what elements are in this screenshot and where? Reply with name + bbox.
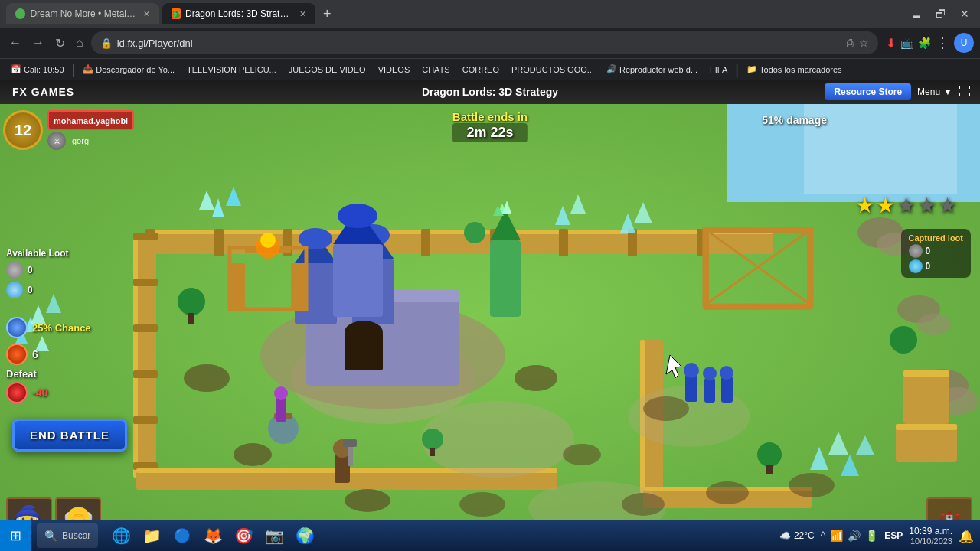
more-icon[interactable]: ⋮	[936, 34, 949, 51]
taskbar-app-firefox[interactable]: 🦊	[199, 522, 227, 549]
tab-favicon-metallica	[15, 8, 25, 19]
captured-loot-label: Captured loot	[909, 233, 964, 243]
svg-rect-18	[133, 324, 158, 332]
fullscreen-icon[interactable]: ⛶	[959, 85, 971, 99]
cast-icon[interactable]: 📺	[900, 37, 913, 49]
svg-point-71	[643, 396, 689, 421]
damage-info-panel: 51% damage	[762, 113, 827, 127]
tab-minimize-icon[interactable]: 🗕	[906, 6, 926, 21]
profile-avatar[interactable]: U	[954, 33, 974, 53]
svg-rect-15	[133, 233, 138, 478]
forward-button[interactable]: →	[29, 33, 47, 53]
bookmark-videos[interactable]: VIDEOS	[374, 64, 415, 76]
bookmark-cali[interactable]: 📅 Cali: 10:50	[6, 63, 69, 76]
menu-button[interactable]: Menu ▼	[917, 86, 952, 97]
taskbar-app-red[interactable]: 🎯	[230, 522, 257, 549]
star-2: ★	[876, 193, 895, 218]
available-stone-count: 0	[28, 265, 33, 276]
system-tray: ^ 📶 🔊 🔋	[821, 530, 879, 542]
svg-point-67	[234, 443, 272, 466]
bookmark-productos[interactable]: PRODUCTOS GOO...	[507, 64, 599, 76]
fx-logo: FX GAMES	[0, 86, 87, 98]
svg-point-108	[757, 442, 782, 467]
taskbar-app-chrome[interactable]: 🔵	[168, 522, 196, 549]
svg-point-79	[703, 367, 717, 380]
taskbar-time: 10:39 a.m.	[909, 526, 952, 536]
header-right-controls: Resource Store Menu ▼ ⛶	[825, 83, 980, 100]
tab-metallica[interactable]: Dream No More • Metallica ✕	[6, 3, 159, 24]
network-icon[interactable]: 📶	[830, 530, 843, 542]
bookmarks-bar: 📅 Cali: 10:50 | 📥 Descargador de Yo... T…	[0, 58, 980, 80]
bookmark-separator-1: |	[72, 61, 76, 77]
svg-point-51	[260, 233, 276, 248]
back-button[interactable]: ←	[6, 33, 24, 53]
svg-point-72	[706, 481, 749, 504]
tab-close-metallica[interactable]: ✕	[143, 9, 150, 19]
tab-label-metallica: Dream No More • Metallica	[30, 8, 136, 19]
alliance-name: gorg	[72, 136, 89, 145]
home-button[interactable]: ⌂	[73, 33, 87, 53]
address-bar[interactable]: 🔒 id.fx.gl/Player/dnl ⎙ ☆	[91, 31, 878, 54]
player-details: mohamad.yaghobi ⚔ gorg	[47, 110, 134, 150]
sound-icon[interactable]: 🔊	[848, 530, 861, 542]
resource-store-button[interactable]: Resource Store	[825, 83, 911, 100]
extensions-icon[interactable]: 🧩	[918, 37, 931, 49]
svg-rect-76	[685, 374, 697, 402]
chrome-icon: 🔵	[174, 527, 191, 544]
svg-point-29	[421, 401, 574, 478]
taskbar-search-box[interactable]: 🔍 Buscar	[37, 523, 98, 548]
tray-expand-icon[interactable]: ^	[821, 530, 826, 542]
bookmark-descargador[interactable]: 📥 Descargador de Yo...	[78, 63, 179, 76]
bookmark-juegos[interactable]: JUEGOS DE VIDEO	[284, 64, 371, 76]
svg-rect-56	[704, 305, 812, 310]
taskbar-app-edge[interactable]: 🌐	[107, 522, 135, 549]
star-1: ★	[855, 193, 874, 218]
svg-point-77	[684, 363, 699, 378]
game-header-bar: FX GAMES Dragon Lords: 3D Strategy Resou…	[0, 80, 980, 104]
bookmark-icon-dl: 📥	[83, 64, 93, 74]
bookmark-chats[interactable]: CHATS	[417, 64, 454, 76]
bookmark-icon[interactable]: ☆	[859, 37, 869, 49]
search-icon: 🔍	[44, 530, 57, 542]
alliance-icon: ⚔	[47, 132, 66, 150]
bookmark-television[interactable]: TELEVISION PELICU...	[182, 64, 281, 76]
bookmark-reproductor[interactable]: 🔊 Reproductor web d...	[602, 63, 702, 76]
available-stone-icon	[6, 262, 23, 279]
bookmark-fifa[interactable]: FIFA	[705, 64, 732, 76]
svg-rect-49	[230, 263, 245, 309]
end-battle-button[interactable]: END BATTLE	[12, 419, 127, 452]
svg-rect-120	[903, 370, 949, 424]
download-icon[interactable]: ⬇	[886, 36, 896, 51]
game-title: Dragon Lords: 3D Strategy	[422, 86, 558, 98]
battery-icon[interactable]: 🔋	[865, 530, 878, 542]
camera-icon: 📷	[265, 527, 284, 545]
bookmark-icon-repr: 🔊	[606, 64, 617, 74]
svg-point-45	[345, 321, 383, 344]
start-button[interactable]: ⊞	[0, 520, 31, 551]
svg-point-104	[178, 288, 205, 315]
taskbar-date: 10/10/2023	[909, 536, 952, 546]
browser-chrome: Dream No More • Metallica ✕ 🐉 Dragon Lor…	[0, 0, 980, 80]
captured-stone-value: 0	[926, 246, 931, 256]
language-indicator[interactable]: ESP	[884, 530, 903, 541]
score-panel: 6	[6, 344, 38, 365]
taskbar-app-camera[interactable]: 📷	[260, 522, 288, 549]
reload-button[interactable]: ↻	[52, 33, 68, 54]
explorer-icon: 📁	[142, 527, 162, 545]
bookmark-todos[interactable]: 📁 Todos los marcadores	[742, 63, 847, 76]
taskbar-apps-area: 🌐 📁 🔵 🦊 🎯 📷 🌍	[107, 522, 318, 549]
tab-close-dragon[interactable]: ✕	[299, 9, 306, 19]
taskbar-app-browser2[interactable]: 🌍	[291, 522, 318, 549]
taskbar-app-explorer[interactable]: 📁	[138, 522, 165, 549]
share-icon[interactable]: ⎙	[847, 37, 853, 49]
tab-dragon[interactable]: 🐉 Dragon Lords: 3D Strategy - Pla... ✕	[162, 3, 315, 24]
new-tab-button[interactable]: +	[318, 6, 336, 22]
captured-water-value: 0	[926, 261, 931, 272]
svg-rect-48	[291, 263, 306, 309]
bookmark-correo[interactable]: CORREO	[458, 64, 504, 76]
notification-icon[interactable]: 🔔	[959, 529, 974, 543]
taskbar: ⊞ 🔍 Buscar 🌐 📁 🔵 🦊 🎯 📷 🌍 ☁️ 22°C	[0, 520, 980, 551]
defeat-panel: Defeat -40	[6, 367, 47, 403]
tab-close-window-icon[interactable]: ✕	[956, 6, 974, 21]
tab-maximize-icon[interactable]: 🗗	[931, 6, 951, 21]
